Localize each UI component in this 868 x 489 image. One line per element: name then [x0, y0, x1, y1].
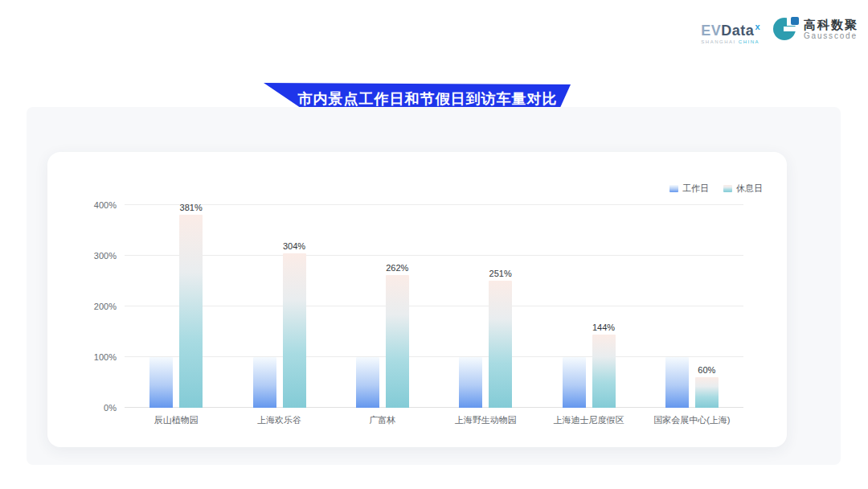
category-label: 上海欢乐谷: [227, 414, 332, 426]
bar-value-label: 304%: [270, 241, 318, 251]
y-axis-tick-label: 400%: [80, 200, 117, 210]
bar-value-label: 381%: [167, 203, 215, 212]
evdata-china-text: CHINA: [739, 39, 760, 44]
gridline: [125, 356, 743, 357]
bar-workday: [356, 357, 379, 408]
section-title: 市内景点工作日和节假日到访车量对比: [277, 89, 558, 109]
bar-value-label: 60%: [682, 365, 731, 375]
evdata-wordmark: EVDatax: [701, 19, 760, 38]
bar-restday: [489, 281, 512, 408]
bar-restday: [592, 335, 616, 408]
y-axis-tick-label: 0%: [80, 403, 117, 413]
legend-label-workday: 工作日: [682, 183, 709, 195]
gausscode-logo: 高科数聚 Gausscode: [773, 16, 858, 42]
workday-legend-swatch-icon: [669, 185, 678, 192]
page: EVDatax SHANGHAI CHINA 高科数聚 Gausscode 市内…: [0, 0, 868, 489]
gridline: [125, 204, 743, 205]
legend-label-restday: 休息日: [736, 183, 763, 195]
chart-legend: 工作日 休息日: [669, 183, 763, 195]
x-axis-line: [125, 407, 743, 408]
category-label: 辰山植物园: [124, 414, 228, 426]
bar-workday: [459, 357, 482, 408]
evdata-shanghai-text: SHANGHAI: [701, 39, 735, 44]
category-label: 上海迪士尼度假区: [537, 414, 641, 426]
chart-card: 工作日 休息日 0%100%200%300%400%381%辰山植物园304%上…: [47, 152, 787, 447]
category-label: 上海野生动物园: [433, 414, 538, 426]
header-logos: EVDatax SHANGHAI CHINA 高科数聚 Gausscode: [701, 16, 858, 44]
bar-restday: [695, 377, 719, 408]
category-label: 国家会展中心(上海): [640, 414, 744, 426]
bar-restday: [386, 275, 409, 408]
gausscode-g-icon: [773, 16, 799, 42]
bar-value-label: 144%: [579, 323, 628, 332]
bar-restday: [283, 253, 306, 408]
gridline: [125, 306, 743, 306]
category-label: 广富林: [330, 414, 435, 426]
plot-area: 0%100%200%300%400%381%辰山植物园304%上海欢乐谷262%…: [125, 205, 743, 408]
evdata-subtitle: SHANGHAI CHINA: [701, 39, 760, 44]
evdata-x-superscript: x: [755, 22, 760, 31]
legend-item-restday[interactable]: 休息日: [723, 183, 763, 195]
bar-workday: [253, 357, 276, 408]
bar-workday: [563, 357, 586, 408]
y-axis-tick-label: 200%: [80, 302, 117, 311]
restday-legend-swatch-icon: [723, 185, 732, 192]
evdata-ev-text: EV: [701, 23, 721, 39]
y-axis-tick-label: 300%: [80, 251, 117, 261]
bar-restday: [179, 215, 203, 408]
legend-item-workday[interactable]: 工作日: [669, 183, 709, 195]
bar-value-label: 251%: [477, 269, 525, 278]
y-axis-tick-label: 100%: [80, 352, 117, 362]
evdata-logo: EVDatax SHANGHAI CHINA: [701, 16, 760, 44]
bar-workday: [149, 357, 173, 408]
gridline: [125, 255, 743, 256]
gausscode-en-name: Gausscode: [804, 31, 858, 41]
bar-value-label: 262%: [373, 263, 421, 273]
gausscode-cn-name: 高科数聚: [804, 18, 858, 31]
evdata-data-text: Data: [721, 23, 754, 39]
